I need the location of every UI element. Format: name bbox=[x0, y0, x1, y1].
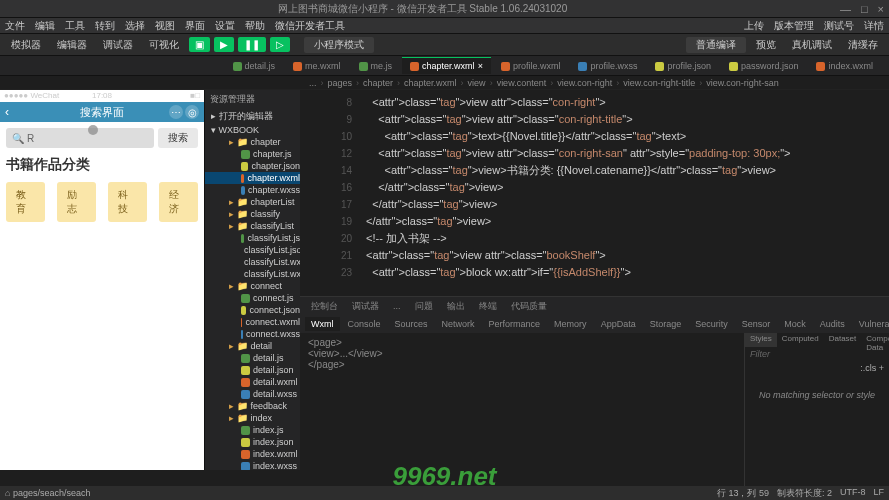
search-button[interactable]: 搜索 bbox=[158, 128, 198, 148]
icon-btn-4[interactable]: ▷ bbox=[270, 37, 290, 52]
devtools-subtab[interactable]: Network bbox=[436, 317, 481, 331]
breadcrumb-item[interactable]: view.con-right-san bbox=[706, 78, 779, 88]
code-line[interactable]: <attr">class="tag">view attr">class="boo… bbox=[360, 247, 889, 264]
menu-item[interactable]: 文件 bbox=[5, 19, 25, 33]
code-line[interactable]: </attr">class="tag">view> bbox=[360, 213, 889, 230]
menu-item[interactable]: 工具 bbox=[65, 19, 85, 33]
menu-item[interactable]: 编辑 bbox=[35, 19, 55, 33]
back-icon[interactable]: ‹ bbox=[5, 105, 9, 119]
cls-toggle[interactable]: :.cls + bbox=[745, 361, 889, 375]
tab-size[interactable]: 制表符长度: 2 bbox=[777, 487, 832, 500]
editor-tab[interactable]: password.json bbox=[721, 57, 807, 74]
menu-item[interactable]: 界面 bbox=[185, 19, 205, 33]
menu-item[interactable]: 帮助 bbox=[245, 19, 265, 33]
folder-item[interactable]: ▸ 📁chapter bbox=[205, 136, 300, 148]
visual-toggle[interactable]: 可视化 bbox=[143, 36, 185, 54]
file-item[interactable]: classifyList.wxss bbox=[205, 268, 300, 280]
devtools-subtab[interactable]: Mock bbox=[778, 317, 812, 331]
file-item[interactable]: chapter.wxss bbox=[205, 184, 300, 196]
menu-item[interactable]: 微信开发者工具 bbox=[275, 19, 345, 33]
menu-item[interactable]: 上传 bbox=[744, 19, 764, 33]
category-chip[interactable]: 教育 bbox=[6, 182, 45, 222]
file-item[interactable]: connect.js bbox=[205, 292, 300, 304]
editor-tab[interactable]: detail.js bbox=[225, 57, 284, 74]
search-input[interactable]: 🔍R bbox=[6, 128, 154, 148]
folder-item[interactable]: ▸ 📁classifyList bbox=[205, 220, 300, 232]
folder-item[interactable]: ▸ 📁detail bbox=[205, 340, 300, 352]
devtools-subtab[interactable]: Performance bbox=[483, 317, 547, 331]
devtools-subtab[interactable]: Security bbox=[689, 317, 734, 331]
devtools-tab[interactable]: 终端 bbox=[473, 298, 503, 315]
project-root[interactable]: ▾ WXBOOK bbox=[205, 124, 300, 136]
devtools-tab[interactable]: 调试器 bbox=[346, 298, 385, 315]
editor-toggle[interactable]: 编辑器 bbox=[51, 36, 93, 54]
folder-item[interactable]: ▸ 📁classify bbox=[205, 208, 300, 220]
devtools-subtab[interactable]: Vulnerability bbox=[853, 317, 889, 331]
folder-item[interactable]: ▸ 📁chapterList bbox=[205, 196, 300, 208]
file-item[interactable]: classifyList.json bbox=[205, 244, 300, 256]
devtools-subtab[interactable]: Console bbox=[342, 317, 387, 331]
code-line[interactable]: <!-- 加入书架 --> bbox=[360, 230, 889, 247]
folder-item[interactable]: ▸ 📁index bbox=[205, 412, 300, 424]
breadcrumb-item[interactable]: chapter.wxml bbox=[404, 78, 457, 88]
menu-item[interactable]: 选择 bbox=[125, 19, 145, 33]
editor-tab[interactable]: me.js bbox=[351, 57, 401, 74]
file-item[interactable]: connect.wxml bbox=[205, 316, 300, 328]
clear-cache-btn[interactable]: 清缓存 bbox=[842, 36, 884, 54]
page-path[interactable]: ⌂ pages/seach/seach bbox=[5, 488, 91, 498]
editor-tab[interactable]: index.wxml bbox=[808, 57, 881, 74]
drag-handle-icon[interactable] bbox=[88, 125, 98, 135]
devtools-tab[interactable]: 控制台 bbox=[305, 298, 344, 315]
minimize-button[interactable]: — bbox=[840, 3, 851, 15]
code-line[interactable]: <attr">class="tag">view attr">class="con… bbox=[360, 111, 889, 128]
breadcrumb-item[interactable]: chapter bbox=[363, 78, 393, 88]
encoding[interactable]: UTF-8 bbox=[840, 487, 866, 500]
file-item[interactable]: classifyList.js bbox=[205, 232, 300, 244]
code-line[interactable]: <attr">class="tag">view>书籍分类: {{Novel.ca… bbox=[360, 162, 889, 179]
folder-item[interactable]: ▸ 📁feedback bbox=[205, 400, 300, 412]
folder-item[interactable]: ▸ 📁connect bbox=[205, 280, 300, 292]
breadcrumb-item[interactable]: view.con-right-title bbox=[623, 78, 695, 88]
devtools-subtab[interactable]: Memory bbox=[548, 317, 593, 331]
open-editors[interactable]: ▸ 打开的编辑器 bbox=[205, 109, 300, 124]
file-item[interactable]: detail.js bbox=[205, 352, 300, 364]
devtools-tab[interactable]: 问题 bbox=[409, 298, 439, 315]
file-item[interactable]: connect.json bbox=[205, 304, 300, 316]
editor-tab[interactable]: profile.json bbox=[647, 57, 719, 74]
wxml-tree[interactable]: <page> <view>...</view></page> bbox=[300, 333, 744, 486]
devtools-subtab[interactable]: Audits bbox=[814, 317, 851, 331]
simulator-toggle[interactable]: 模拟器 bbox=[5, 36, 47, 54]
editor-tab[interactable]: profile.wxml bbox=[493, 57, 569, 74]
file-item[interactable]: index.wxss bbox=[205, 460, 300, 470]
file-item[interactable]: detail.json bbox=[205, 364, 300, 376]
category-chip[interactable]: 科技 bbox=[108, 182, 147, 222]
icon-btn-1[interactable]: ▣ bbox=[189, 37, 210, 52]
category-chip[interactable]: 励志 bbox=[57, 182, 96, 222]
file-item[interactable]: chapter.json bbox=[205, 160, 300, 172]
close-icon[interactable]: × bbox=[478, 61, 483, 71]
file-item[interactable]: chapter.js bbox=[205, 148, 300, 160]
devtools-subtab[interactable]: Sensor bbox=[736, 317, 777, 331]
debugger-toggle[interactable]: 调试器 bbox=[97, 36, 139, 54]
editor-tab[interactable]: profile.wxss bbox=[570, 57, 645, 74]
target-icon[interactable]: ◎ bbox=[185, 105, 199, 119]
icon-btn-2[interactable]: ▶ bbox=[214, 37, 234, 52]
preview-btn[interactable]: 预览 bbox=[750, 36, 782, 54]
style-tab[interactable]: Styles bbox=[745, 333, 777, 347]
file-item[interactable]: detail.wxss bbox=[205, 388, 300, 400]
devtools-subtab[interactable]: Sources bbox=[389, 317, 434, 331]
compile-select[interactable]: 普通编译 bbox=[686, 37, 746, 53]
file-item[interactable]: classifyList.wxml bbox=[205, 256, 300, 268]
devtools-tab[interactable]: 输出 bbox=[441, 298, 471, 315]
file-item[interactable]: connect.wxss bbox=[205, 328, 300, 340]
menu-item[interactable]: 设置 bbox=[215, 19, 235, 33]
file-item[interactable]: index.wxml bbox=[205, 448, 300, 460]
mode-select[interactable]: 小程序模式 bbox=[304, 37, 374, 53]
breadcrumb-item[interactable]: view.con-right bbox=[557, 78, 612, 88]
devtools-tab[interactable]: ... bbox=[387, 299, 407, 313]
remote-debug-btn[interactable]: 真机调试 bbox=[786, 36, 838, 54]
code-line[interactable]: </attr">class="tag">view> bbox=[360, 179, 889, 196]
close-button[interactable]: × bbox=[878, 3, 884, 15]
code-line[interactable]: <attr">class="tag">text>{{Novel.title}}<… bbox=[360, 128, 889, 145]
devtools-subtab[interactable]: Storage bbox=[644, 317, 688, 331]
